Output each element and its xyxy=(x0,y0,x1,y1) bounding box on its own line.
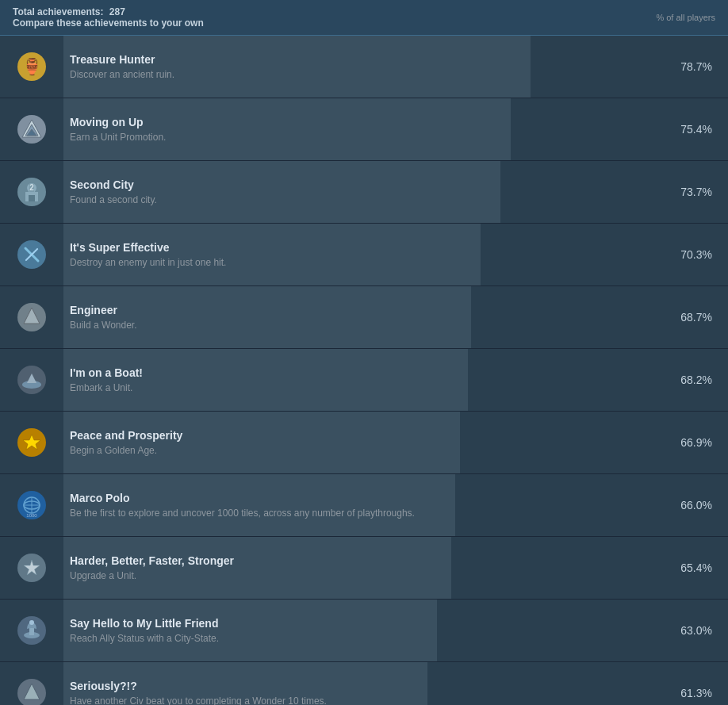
achievement-name: It's Super Effective xyxy=(70,241,226,254)
achievement-icon-im-on-a-boat xyxy=(0,349,63,411)
achievement-desc: Begin a Golden Age. xyxy=(70,445,182,456)
achievement-pct: 63.0% xyxy=(657,600,728,661)
achievement-name: Moving on Up xyxy=(70,116,166,128)
achievement-icon-engineer xyxy=(0,286,63,348)
header-left: Total achievements: 287 Compare these ac… xyxy=(13,6,204,29)
header: Total achievements: 287 Compare these ac… xyxy=(0,0,728,36)
achievement-desc: Embark a Unit. xyxy=(70,382,143,393)
achievement-list: 🏺 Treasure Hunter Discover an ancient ru… xyxy=(0,36,728,705)
achievement-name: I'm on a Boat! xyxy=(70,366,143,379)
achievement-row[interactable]: Say Hello to My Little Friend Reach Ally… xyxy=(0,600,728,662)
achievement-icon-second-city: 2 xyxy=(0,161,63,223)
achievement-name: Seriously?!? xyxy=(70,680,327,692)
svg-text:🏺: 🏺 xyxy=(22,57,42,76)
achievement-icon-harder-better-faster-stronger xyxy=(0,537,63,599)
svg-rect-8 xyxy=(29,195,35,201)
achievement-pct: 66.9% xyxy=(657,412,728,473)
achievement-row[interactable]: I'm on a Boat! Embark a Unit. 68.2% xyxy=(0,349,728,412)
achievement-name: Engineer xyxy=(70,304,137,316)
achievement-icon-say-hello xyxy=(0,600,63,661)
achievement-icon-its-super-effective xyxy=(0,224,63,285)
compare-text: Compare these achievements to your own xyxy=(13,17,204,29)
achievement-pct: 66.0% xyxy=(657,474,728,536)
achievement-row[interactable]: It's Super Effective Destroy an enemy un… xyxy=(0,224,728,286)
achievement-name: Treasure Hunter xyxy=(70,53,174,66)
achievement-icon-peace-and-prosperity xyxy=(0,412,63,473)
achievement-icon-moving-on-up xyxy=(0,98,63,160)
svg-text:2: 2 xyxy=(29,183,34,192)
achievement-row[interactable]: 1000 Marco Polo Be the first to explore … xyxy=(0,474,728,537)
achievement-desc: Have another Civ beat you to completing … xyxy=(70,695,327,705)
achievement-pct: 78.7% xyxy=(657,36,728,98)
pct-header: % of all players xyxy=(656,13,715,22)
achievement-desc: Build a Wonder. xyxy=(70,320,137,331)
achievement-desc: Discover an ancient ruin. xyxy=(70,69,174,80)
achievement-icon-treasure-hunter: 🏺 xyxy=(0,36,63,98)
achievement-name: Peace and Prosperity xyxy=(70,429,182,442)
header-right: % of all players xyxy=(656,13,715,22)
total-label: Total achievements: xyxy=(13,6,103,17)
achievement-pct: 68.7% xyxy=(657,286,728,348)
achievement-row[interactable]: Moving on Up Earn a Unit Promotion. 75.4… xyxy=(0,98,728,161)
achievement-desc: Destroy an enemy unit in just one hit. xyxy=(70,257,226,268)
achievement-row[interactable]: Engineer Build a Wonder. 68.7% xyxy=(0,286,728,349)
total-count: 287 xyxy=(109,6,125,17)
svg-text:1000: 1000 xyxy=(26,513,37,518)
achievement-pct: 70.3% xyxy=(657,224,728,285)
achievement-icon-marco-polo: 1000 xyxy=(0,474,63,536)
achievement-row[interactable]: Peace and Prosperity Begin a Golden Age.… xyxy=(0,412,728,474)
achievement-desc: Be the first to explore and uncover 1000… xyxy=(70,508,415,519)
achievement-name: Second City xyxy=(70,178,157,191)
achievement-desc: Earn a Unit Promotion. xyxy=(70,132,166,143)
achievement-row[interactable]: 🏺 Treasure Hunter Discover an ancient ru… xyxy=(0,36,728,98)
achievement-row[interactable]: 2 Second City Found a second city. 73.7% xyxy=(0,161,728,224)
achievement-pct: 75.4% xyxy=(657,98,728,160)
achievement-desc: Upgrade a Unit. xyxy=(70,570,234,581)
achievement-pct: 73.7% xyxy=(657,161,728,223)
achievement-icon-seriously xyxy=(0,662,63,705)
achievement-name: Marco Polo xyxy=(70,492,415,504)
achievement-pct: 65.4% xyxy=(657,537,728,599)
achievement-row[interactable]: Harder, Better, Faster, Stronger Upgrade… xyxy=(0,537,728,600)
achievement-name: Harder, Better, Faster, Stronger xyxy=(70,554,234,567)
achievement-row[interactable]: Seriously?!? Have another Civ beat you t… xyxy=(0,662,728,705)
svg-point-32 xyxy=(29,620,34,625)
achievement-desc: Found a second city. xyxy=(70,194,157,205)
achievement-pct: 61.3% xyxy=(657,662,728,705)
achievement-pct: 68.2% xyxy=(657,349,728,411)
achievement-desc: Reach Ally Status with a City-State. xyxy=(70,633,219,644)
achievement-name: Say Hello to My Little Friend xyxy=(70,617,219,630)
